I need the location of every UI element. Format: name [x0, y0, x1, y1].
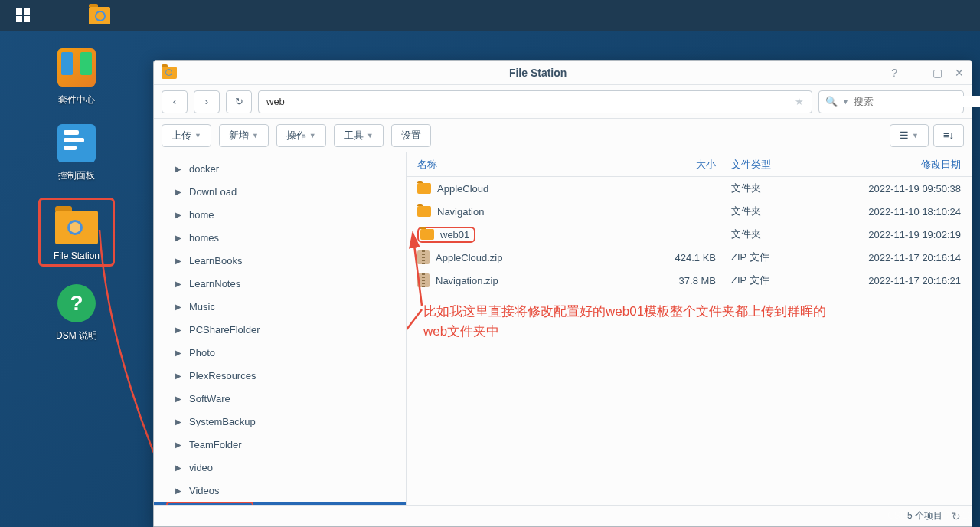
tree-label: LearnBooks: [189, 255, 242, 267]
operation-button[interactable]: 操作▼: [276, 124, 326, 147]
maximize-button[interactable]: ▢: [933, 67, 942, 79]
file-date: 2022-11-17 20:16:14: [823, 252, 961, 264]
tree-item-pcshareflolder[interactable]: ▶PCShareFlolder: [154, 318, 406, 341]
expand-icon: ▶: [175, 372, 183, 380]
desktop: 套件中心 控制面板 File Station ? DSM 说明: [0, 31, 153, 527]
tree-item-systembackup[interactable]: ▶SystemBackup: [154, 410, 406, 433]
expand-icon: ▶: [175, 394, 183, 403]
tree-label: PlexResources: [189, 370, 256, 381]
folder-icon: [417, 206, 431, 217]
titlebar[interactable]: File Station ? — ▢ ✕: [154, 61, 972, 85]
file-size: 37.8 MB: [647, 275, 716, 286]
search-box[interactable]: 🔍 ▼: [818, 90, 964, 113]
desktop-icon-file-station[interactable]: File Station: [38, 198, 115, 267]
col-date[interactable]: 修改日期: [823, 158, 961, 172]
tree-label: Photo: [189, 347, 215, 358]
tree-item-learnnotes[interactable]: ▶LearnNotes: [154, 272, 406, 295]
app-folder-icon: [162, 67, 177, 79]
expand-icon: ▶: [175, 165, 183, 173]
expand-icon: ▶: [175, 280, 183, 288]
expand-icon: ▶: [175, 303, 183, 311]
help-icon: ?: [57, 284, 96, 322]
file-row[interactable]: web01 文件夹 2022-11-19 19:02:19: [407, 223, 972, 246]
col-size[interactable]: 大小: [647, 158, 716, 172]
tree-item-home[interactable]: ▶home: [154, 203, 406, 226]
tree-item-download[interactable]: ▶DownLoad: [154, 180, 406, 203]
expand-icon: ▶: [175, 349, 183, 357]
file-station-window: File Station ? — ▢ ✕ ‹ › ↻ web ★ 🔍 ▼ 上传▼…: [153, 60, 972, 527]
expand-icon: ▶: [175, 326, 183, 334]
panel-icon: [57, 124, 96, 162]
settings-button[interactable]: 设置: [391, 124, 431, 147]
tree-item-video[interactable]: ▶video: [154, 456, 406, 479]
tree-item-teamfolder[interactable]: ▶TeamFolder: [154, 433, 406, 456]
expand-icon: ▶: [175, 257, 183, 265]
expand-icon: ▶: [175, 417, 183, 426]
desktop-label: 控制面板: [38, 169, 115, 182]
sort-button[interactable]: ≡↓: [933, 124, 964, 147]
file-row[interactable]: Navigation 文件夹 2022-11-10 18:10:24: [407, 200, 972, 223]
file-row[interactable]: AppleCloud 文件夹 2022-11-19 09:50:38: [407, 177, 972, 200]
tree-item-docker[interactable]: ▶docker: [154, 157, 406, 180]
tree-item-photo[interactable]: ▶Photo: [154, 341, 406, 364]
file-row[interactable]: Navigation.zip 37.8 MB ZIP 文件 2022-11-17…: [407, 269, 972, 292]
tree-label: SoftWare: [189, 393, 230, 404]
file-pane: 名称 大小 文件类型 修改日期 AppleCloud 文件夹 2022-11-1…: [407, 152, 972, 505]
tree-item-homes[interactable]: ▶homes: [154, 226, 406, 249]
apps-menu-button[interactable]: [8, 4, 38, 27]
tree-item-web[interactable]: ▶web: [154, 502, 406, 505]
minimize-button[interactable]: —: [910, 67, 920, 79]
file-size: 424.1 KB: [647, 252, 716, 264]
svg-rect-1: [24, 8, 30, 15]
file-name: AppleCloud.zip: [436, 252, 502, 264]
star-icon[interactable]: ★: [795, 96, 804, 107]
taskbar-file-station[interactable]: [84, 4, 115, 27]
file-name: Navigation.zip: [436, 275, 498, 286]
expand-icon: ▶: [175, 440, 183, 449]
col-type[interactable]: 文件类型: [716, 158, 823, 172]
expand-icon: ▶: [175, 486, 183, 495]
tree-item-videos[interactable]: ▶Videos: [154, 479, 406, 502]
folder-search-icon: [89, 7, 110, 24]
upload-button[interactable]: 上传▼: [162, 124, 211, 147]
expand-icon: ▶: [175, 188, 183, 196]
tree-label: DownLoad: [189, 186, 237, 198]
tree-item-software[interactable]: ▶SoftWare: [154, 387, 406, 410]
tree-label: Music: [189, 301, 215, 313]
tree-label: PCShareFlolder: [189, 324, 260, 336]
chevron-down-icon: ▼: [842, 98, 849, 106]
file-type: ZIP 文件: [716, 273, 823, 287]
desktop-icon-control-panel[interactable]: 控制面板: [38, 122, 115, 182]
tree-item-plexresources[interactable]: ▶PlexResources: [154, 364, 406, 387]
back-button[interactable]: ‹: [162, 90, 188, 113]
file-name: AppleCloud: [437, 183, 488, 195]
search-icon: 🔍: [825, 96, 838, 107]
refresh-button[interactable]: ↻: [226, 90, 252, 113]
folder-search-icon: [55, 211, 98, 244]
desktop-icon-package-center[interactable]: 套件中心: [38, 46, 115, 106]
file-type: ZIP 文件: [716, 250, 823, 264]
file-date: 2022-11-17 20:16:21: [823, 275, 961, 286]
forward-button[interactable]: ›: [194, 90, 220, 113]
taskbar: [0, 0, 980, 31]
desktop-icon-dsm-help[interactable]: ? DSM 说明: [38, 282, 115, 342]
zip-icon: [417, 273, 430, 287]
tools-button[interactable]: 工具▼: [334, 124, 384, 147]
col-name[interactable]: 名称: [417, 158, 647, 172]
file-type: 文件夹: [716, 205, 823, 218]
column-headers: 名称 大小 文件类型 修改日期: [407, 152, 972, 177]
file-date: 2022-11-19 09:50:38: [823, 183, 961, 195]
help-button[interactable]: ?: [891, 67, 897, 79]
file-row[interactable]: AppleCloud.zip 424.1 KB ZIP 文件 2022-11-1…: [407, 246, 972, 269]
search-input[interactable]: [854, 96, 980, 107]
tree-label: video: [189, 462, 213, 473]
view-list-button[interactable]: ☰ ▼: [890, 124, 929, 147]
file-date: 2022-11-10 18:10:24: [823, 206, 961, 218]
create-button[interactable]: 新增▼: [219, 124, 269, 147]
path-input[interactable]: web ★: [258, 90, 812, 113]
tree-item-music[interactable]: ▶Music: [154, 295, 406, 318]
apps-grid-icon: [15, 8, 31, 23]
close-button[interactable]: ✕: [955, 67, 964, 79]
tree-item-learnbooks[interactable]: ▶LearnBooks: [154, 249, 406, 272]
file-type: 文件夹: [716, 227, 823, 241]
